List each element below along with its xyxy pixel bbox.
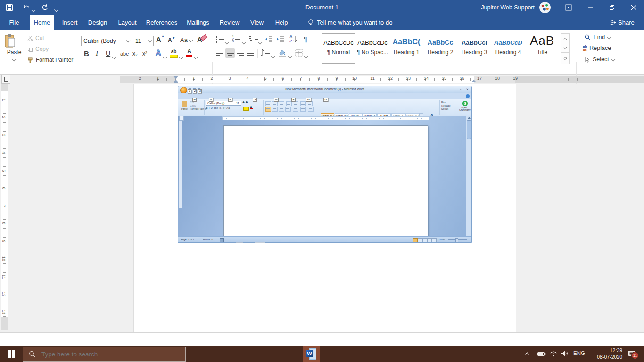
tell-me-box[interactable]: Tell me what you want to do — [317, 15, 392, 30]
change-case-button[interactable]: Aa — [180, 36, 192, 43]
clear-formatting-button[interactable]: A — [197, 35, 202, 43]
style-title[interactable]: AaB Title — [526, 34, 558, 63]
bullets-icon — [216, 36, 217, 43]
emb-window-controls: – ▫ ✕ — [454, 88, 471, 91]
show-paragraph-marks-button[interactable]: ¶ — [304, 35, 307, 43]
volume-icon[interactable] — [561, 350, 569, 357]
search-input[interactable] — [41, 350, 174, 358]
emb-keytip: W — [306, 98, 311, 102]
grow-font-button[interactable]: A▲ — [156, 35, 161, 43]
numbering-dropdown-icon[interactable] — [242, 39, 245, 45]
justify-button[interactable] — [247, 50, 254, 56]
tab-file[interactable]: File — [4, 15, 25, 30]
borders-button[interactable] — [295, 49, 303, 57]
align-left-button[interactable] — [216, 50, 223, 56]
highlight-button[interactable]: ab — [170, 49, 178, 58]
bold-button[interactable]: B — [84, 49, 89, 58]
embedded-screenshot-image[interactable]: 1 2 3 New Microsoft Office Word Document… — [178, 86, 472, 243]
restore-button[interactable] — [602, 0, 622, 15]
shading-button[interactable] — [278, 49, 287, 57]
underline-dropdown-icon[interactable] — [113, 53, 116, 60]
borders-dropdown-icon[interactable] — [305, 52, 307, 59]
horizontal-ruler[interactable]: 2 1 1 2 3 4 5 6 7 8 9 10 11 12 13 14 15 … — [120, 76, 644, 83]
italic-button[interactable]: I — [96, 49, 98, 58]
paste-button[interactable]: Paste — [4, 33, 25, 68]
subscript-button[interactable]: x₂ — [132, 50, 138, 57]
vertical-ruler[interactable]: 1 2 3 4 5 6 7 8 9 10 11 12 13 — [1, 84, 8, 330]
tab-insert[interactable]: Insert — [58, 15, 82, 30]
styles-scroll-up-button[interactable] — [561, 33, 570, 43]
left-indent-marker[interactable] — [174, 82, 178, 83]
style-normal[interactable]: AaBbCcDc ¶ Normal — [322, 33, 355, 64]
increase-indent-button[interactable] — [276, 36, 284, 42]
strikethrough-button[interactable]: abe — [120, 51, 129, 57]
tab-layout[interactable]: Layout — [114, 15, 140, 30]
line-spacing-button[interactable] — [260, 49, 270, 57]
share-button[interactable]: Share — [618, 15, 635, 30]
bullets-dropdown-icon[interactable] — [225, 39, 228, 45]
start-button[interactable] — [0, 346, 23, 362]
style-heading-2[interactable]: AaBbCc Heading 2 — [424, 34, 456, 63]
language-tray[interactable]: ENG — [573, 350, 585, 356]
align-center-button[interactable] — [225, 48, 235, 58]
word-icon: W — [306, 348, 316, 359]
battery-icon[interactable] — [537, 352, 546, 356]
emb-font-color-icon: A — [250, 106, 253, 109]
find-button[interactable]: Find — [585, 34, 611, 41]
wifi-icon[interactable] — [550, 351, 557, 357]
highlight-dropdown-icon[interactable] — [180, 53, 182, 60]
right-indent-marker[interactable] — [471, 80, 476, 82]
taskbar-search-box[interactable] — [23, 347, 186, 362]
styles-scroll-down-button[interactable] — [561, 43, 570, 53]
ribbon-display-options-button[interactable] — [558, 0, 579, 15]
tab-references[interactable]: References — [143, 15, 180, 30]
format-painter-button[interactable]: Format Painter — [27, 57, 73, 63]
close-button[interactable] — [623, 0, 644, 15]
shading-dropdown-icon[interactable] — [289, 52, 291, 59]
shrink-font-button[interactable]: A▼ — [168, 37, 172, 43]
tab-view[interactable]: View — [246, 15, 268, 30]
font-color-button[interactable]: A — [186, 49, 192, 57]
replace-button[interactable]: abac Replace — [583, 45, 611, 51]
tab-mailings[interactable]: Mailings — [183, 15, 213, 30]
font-family-combo[interactable]: Calibri (Body — [81, 36, 132, 46]
tray-date: 08-07-2020 — [589, 354, 622, 360]
account-name[interactable]: Jupiter Web Support — [481, 0, 535, 15]
underline-button[interactable]: U — [106, 49, 110, 57]
cut-button[interactable]: Cut — [27, 35, 44, 41]
tab-review[interactable]: Review — [216, 15, 243, 30]
style-heading-3[interactable]: AaBbCcI Heading 3 — [458, 34, 490, 63]
text-effects-button[interactable]: A — [156, 49, 161, 58]
multilevel-dropdown-icon[interactable] — [259, 39, 262, 45]
style-no-spacing[interactable]: AaBbCcDc ¶ No Spac... — [356, 34, 388, 63]
tray-expand-icon[interactable] — [524, 352, 530, 355]
tab-help[interactable]: Help — [271, 15, 292, 30]
tab-stop-selector[interactable] — [1, 75, 10, 84]
text-effects-dropdown-icon[interactable] — [164, 53, 166, 60]
line-spacing-dropdown-icon[interactable] — [272, 52, 274, 59]
font-color-dropdown-icon[interactable] — [194, 53, 197, 60]
tab-design[interactable]: Design — [85, 15, 110, 30]
tab-home[interactable]: Home — [30, 15, 54, 30]
font-size-dropdown-icon[interactable] — [147, 40, 153, 42]
select-button[interactable]: Select — [585, 56, 615, 63]
user-avatar[interactable] — [539, 2, 551, 13]
font-size-combo[interactable]: 11 — [133, 36, 154, 46]
sort-button[interactable]: AZ — [289, 35, 297, 43]
font-family-dropdown-icon[interactable] — [124, 36, 132, 46]
multilevel-list-button[interactable] — [249, 36, 258, 46]
numbering-button[interactable]: 123 — [232, 35, 240, 43]
minimize-button[interactable] — [580, 0, 601, 15]
first-line-indent-marker[interactable] — [173, 76, 178, 79]
decrease-indent-button[interactable] — [265, 36, 273, 42]
bullets-button[interactable] — [216, 36, 224, 43]
align-right-button[interactable] — [237, 50, 244, 56]
clock[interactable]: 12:39 08-07-2020 — [589, 347, 622, 360]
word-taskbar-active[interactable]: W — [303, 346, 320, 362]
styles-more-button[interactable] — [561, 52, 570, 64]
superscript-button[interactable]: x² — [142, 50, 147, 57]
style-heading-4[interactable]: AaBbCcD Heading 4 — [492, 34, 524, 63]
style-heading-1[interactable]: AaBbC( Heading 1 — [390, 34, 422, 63]
notification-center-button[interactable]: 11 — [628, 350, 636, 357]
copy-button[interactable]: Copy — [27, 46, 49, 52]
